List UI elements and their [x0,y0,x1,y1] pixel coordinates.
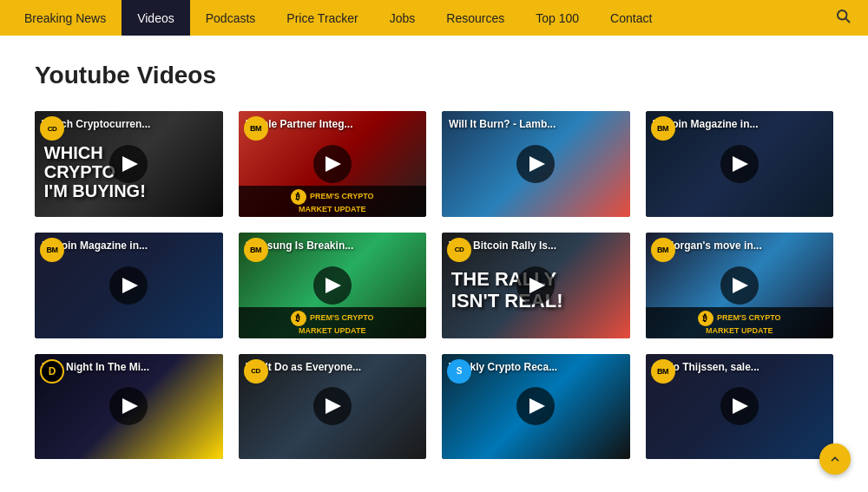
channel-badge: S [447,359,471,384]
play-button[interactable] [109,145,148,183]
play-button[interactable] [313,145,352,183]
nav-item-contact[interactable]: Contact [595,0,667,36]
nav-item-jobs[interactable]: Jobs [374,0,431,36]
video-title: Gudo Thijssen, sale... [653,361,827,375]
video-bottom-bar: ₿PREM'S CRYPTO MARKET UPDATE [239,307,427,338]
page-title: Youtube Videos [35,62,833,89]
video-card[interactable]: CDThis Bitcoin Rally Is...THE RALLY ISN'… [442,233,630,338]
video-card[interactable]: BMBitcoin Magazine in... [35,233,223,338]
video-bottom-bar: ₿PREM'S CRYPTO MARKET UPDATE [239,186,427,217]
play-button[interactable] [313,266,352,305]
channel-badge: BM [651,238,675,262]
nav-item-price-tracker[interactable]: Price Tracker [271,0,373,36]
video-title: Will It Burn? - Lamb... [449,118,623,132]
video-title: Don't Do as Everyone... [246,361,420,375]
svg-line-1 [845,18,849,22]
channel-badge: CD [40,116,64,141]
video-title: Ripple Partner Integ... [246,118,420,132]
video-card[interactable]: BMGudo Thijssen, sale... [646,354,834,460]
video-grid: CDWhich Cryptocurren...WHICH CRYPTO I'M … [35,111,833,459]
video-card[interactable]: BMJPMorgan's move in...₿PREM'S CRYPTO MA… [646,233,834,338]
play-button[interactable] [516,266,555,305]
video-card[interactable]: BMSamsung Is Breakin...₿PREM'S CRYPTO MA… [239,233,427,338]
play-button[interactable] [516,145,555,183]
scroll-to-top-button[interactable] [819,443,851,475]
nav-items: Breaking News Videos Podcasts Price Trac… [9,0,826,36]
play-button[interactable] [720,145,759,183]
video-card[interactable]: BMRipple Partner Integ...₿PREM'S CRYPTO … [239,111,427,217]
play-button[interactable] [313,387,352,425]
video-title: Bitcoin Magazine in... [653,118,827,132]
nav-item-videos[interactable]: Videos [122,0,190,36]
video-title: Samsung Is Breakin... [246,239,420,253]
video-title: This Bitcoin Rally Is... [449,239,623,253]
navigation: Breaking News Videos Podcasts Price Trac… [0,0,868,36]
nav-item-podcasts[interactable]: Podcasts [190,0,272,36]
channel-badge: BM [244,238,268,262]
main-content: Youtube Videos CDWhich Cryptocurren...WH… [0,36,868,492]
video-bottom-bar: ₿PREM'S CRYPTO MARKET UPDATE [646,307,834,338]
channel-badge: CD [447,238,471,262]
video-title: Weekly Crypto Reca... [449,361,623,375]
video-card[interactable]: SWeekly Crypto Reca... [442,354,630,460]
search-icon[interactable] [826,8,859,28]
channel-badge: BM [244,116,268,141]
video-card[interactable]: BMBitcoin Magazine in... [646,111,834,217]
video-title: Late Night In The Mi... [42,361,216,375]
nav-item-breaking-news[interactable]: Breaking News [9,0,122,36]
video-card[interactable]: Will It Burn? - Lamb... [442,111,630,217]
channel-badge: D [40,359,64,384]
play-button[interactable] [720,387,759,425]
video-title: JPMorgan's move in... [653,239,827,253]
nav-item-resources[interactable]: Resources [431,0,520,36]
play-button[interactable] [109,387,148,425]
channel-badge: CD [244,359,268,384]
video-card[interactable]: CDDon't Do as Everyone... [239,354,427,460]
play-button[interactable] [720,266,759,305]
play-button[interactable] [516,387,555,425]
nav-item-top100[interactable]: Top 100 [520,0,595,36]
video-title: Bitcoin Magazine in... [42,239,216,253]
video-title: Which Cryptocurren... [42,118,216,132]
video-card[interactable]: DLate Night In The Mi... [35,354,223,460]
channel-badge: BM [651,359,675,384]
channel-badge: BM [40,238,64,262]
video-card[interactable]: CDWhich Cryptocurren...WHICH CRYPTO I'M … [35,111,223,217]
play-button[interactable] [109,266,148,305]
channel-badge: BM [651,116,675,141]
